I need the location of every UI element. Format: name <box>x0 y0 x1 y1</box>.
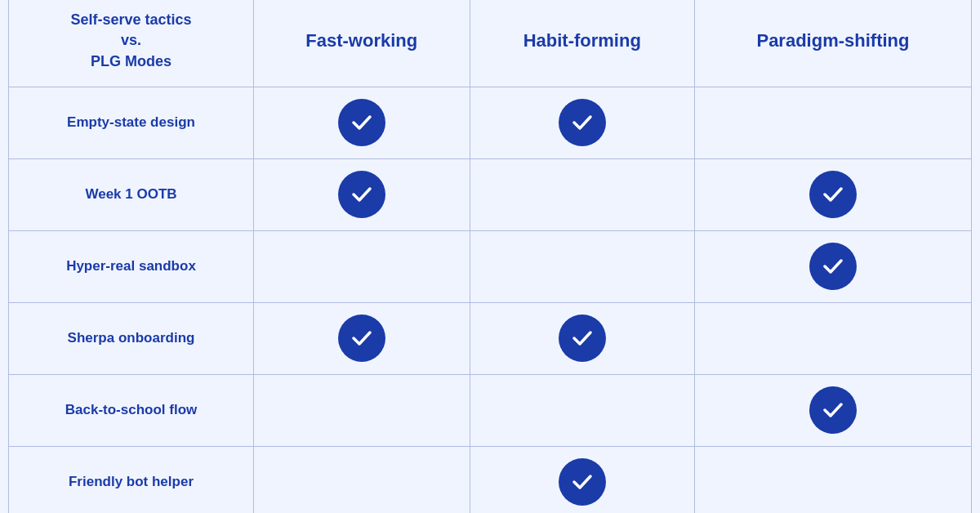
table-row: Week 1 OOTB <box>9 158 972 230</box>
check-icon <box>559 99 606 146</box>
check-icon <box>809 171 857 218</box>
table-row: Hyper-real sandbox <box>9 230 972 302</box>
row-label: Sherpa onboarding <box>9 302 254 374</box>
check-cell <box>694 158 971 230</box>
header-habit-forming: Habit-forming <box>470 0 694 87</box>
check-cell <box>470 87 694 158</box>
check-icon <box>338 314 385 362</box>
check-cell <box>470 302 694 374</box>
check-icon <box>559 458 606 506</box>
check-icon <box>338 99 385 146</box>
row-label: Hyper-real sandbox <box>9 230 254 302</box>
check-cell <box>254 158 470 230</box>
check-cell <box>694 230 971 302</box>
table-row: Empty-state design <box>9 87 972 158</box>
row-label: Week 1 OOTB <box>9 158 254 230</box>
check-cell <box>470 374 694 446</box>
check-icon <box>559 314 606 362</box>
check-cell <box>254 87 470 158</box>
check-cell <box>694 374 971 446</box>
row-label: Empty-state design <box>9 87 254 158</box>
check-cell <box>254 302 470 374</box>
check-cell <box>254 230 470 302</box>
header-paradigm-shifting: Paradigm-shifting <box>694 0 971 87</box>
check-cell <box>694 446 971 513</box>
header-row: Self-serve tactics vs. PLG Modes Fast-wo… <box>9 0 972 87</box>
check-cell <box>470 230 694 302</box>
check-icon <box>338 171 385 218</box>
comparison-table: Self-serve tactics vs. PLG Modes Fast-wo… <box>8 0 972 513</box>
table-row: Back-to-school flow <box>9 374 972 446</box>
header-fast-working: Fast-working <box>254 0 470 87</box>
header-tactics: Self-serve tactics vs. PLG Modes <box>9 0 254 87</box>
table-row: Friendly bot helper <box>9 446 972 513</box>
check-cell <box>254 446 470 513</box>
check-cell <box>254 374 470 446</box>
check-cell <box>694 87 971 158</box>
check-cell <box>694 302 971 374</box>
check-cell <box>470 446 694 513</box>
check-icon <box>809 386 857 434</box>
check-icon <box>809 243 857 290</box>
row-label: Back-to-school flow <box>9 374 254 446</box>
table-row: Sherpa onboarding <box>9 302 972 374</box>
check-cell <box>470 158 694 230</box>
table-container: Self-serve tactics vs. PLG Modes Fast-wo… <box>0 0 980 513</box>
row-label: Friendly bot helper <box>9 446 254 513</box>
